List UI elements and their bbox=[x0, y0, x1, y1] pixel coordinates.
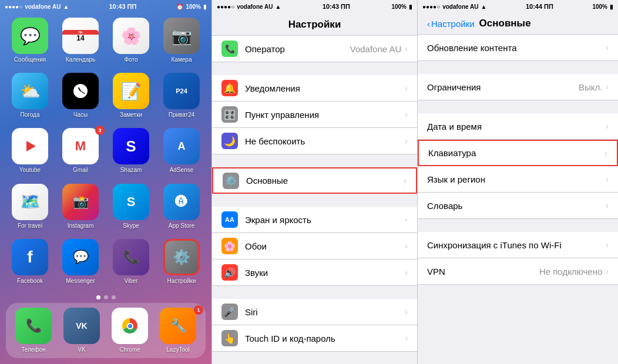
app-calendar[interactable]: ПН 14 Календарь bbox=[59, 18, 102, 66]
keyboard-chevron: › bbox=[604, 149, 607, 158]
display-icon: AA bbox=[221, 211, 238, 228]
general-header: ‹ Настройки Основные bbox=[418, 13, 618, 35]
settings-row-control[interactable]: 🎛️ Пункт управления › bbox=[212, 102, 417, 128]
general-row-vpn[interactable]: VPN Не подключено › bbox=[418, 258, 618, 285]
app-viber[interactable]: 📞 Viber bbox=[109, 239, 153, 287]
vpn-value: Не подключено bbox=[539, 267, 602, 277]
battery-3: 100% ▮ bbox=[592, 4, 613, 10]
alarm-icon-1: ⏰ bbox=[176, 4, 183, 10]
general-row-datetime[interactable]: Дата и время › bbox=[418, 113, 618, 140]
settings-row-touchid[interactable]: 👆 Touch ID и код-пароль › bbox=[212, 325, 417, 352]
app-facebook[interactable]: f Facebook bbox=[8, 239, 52, 287]
time-1: 10:43 ПП bbox=[109, 3, 136, 10]
sep-2 bbox=[212, 154, 417, 167]
app-privatbank-icon: P24 bbox=[163, 73, 200, 109]
time-3: 10:44 ПП bbox=[526, 3, 553, 10]
control-chevron: › bbox=[405, 110, 408, 119]
settings-row-donotdisturb[interactable]: 🌙 Не беспокоить › bbox=[212, 128, 417, 154]
settings-row-general[interactable]: ⚙️ Основные › bbox=[212, 167, 417, 194]
vpn-chevron: › bbox=[606, 267, 609, 276]
general-sep-1 bbox=[418, 61, 618, 74]
signal-2: ●●●●○ bbox=[217, 4, 234, 10]
keyboard-label: Клавиатура bbox=[428, 148, 604, 158]
dock: 📞 Телефон VK VK Chrome 🔧 1 LazyTool bbox=[6, 303, 206, 358]
general-row-restrictions[interactable]: Ограничения Выкл. › bbox=[418, 74, 618, 100]
app-skype-icon: S bbox=[113, 184, 149, 220]
general-row-itunes[interactable]: Синхронизация с iTunes по Wi-Fi › bbox=[418, 232, 618, 258]
settings-row-sounds[interactable]: 🔊 Звуки › bbox=[212, 259, 417, 286]
app-youtube-label: youtube bbox=[19, 167, 41, 174]
itunes-chevron: › bbox=[606, 240, 609, 250]
app-facebook-icon: f bbox=[12, 239, 48, 275]
dock-chrome[interactable]: Chrome bbox=[107, 308, 153, 353]
app-gmail-label: Gmail bbox=[73, 167, 88, 174]
app-facebook-label: Facebook bbox=[17, 278, 43, 285]
general-row-keyboard[interactable]: Клавиатура › bbox=[418, 140, 618, 166]
app-photos-label: Фото bbox=[125, 56, 138, 63]
app-gmail[interactable]: M 3 Gmail bbox=[59, 128, 102, 176]
app-messages[interactable]: 💬 Сообщения bbox=[8, 18, 52, 66]
app-shazam[interactable]: S Shazam bbox=[109, 128, 153, 176]
datetime-label: Дата и время bbox=[427, 122, 606, 132]
dock-vk-label: VK bbox=[78, 346, 85, 353]
app-weather[interactable]: ⛅ Погода bbox=[8, 73, 52, 121]
app-grid-main: 💬 Сообщения ПН 14 Календарь 🌸 Фото 📷 Кам… bbox=[0, 13, 211, 292]
app-shazam-icon: S bbox=[113, 128, 149, 164]
app-clock[interactable]: Часы bbox=[59, 73, 102, 121]
sounds-label: Звуки bbox=[245, 268, 405, 278]
update-chevron: › bbox=[606, 43, 609, 52]
app-photos[interactable]: 🌸 Фото bbox=[109, 18, 153, 66]
time-2: 10:43 ПП bbox=[323, 3, 350, 10]
settings-list: 📞 Оператор Vodafone AU › 🔔 Уведомления ›… bbox=[212, 36, 417, 364]
sep-3 bbox=[212, 194, 417, 207]
app-settings-app-label: Настройки bbox=[167, 278, 196, 285]
back-label: Настройки bbox=[431, 19, 475, 29]
app-viber-icon: 📞 bbox=[113, 239, 149, 275]
dock-vk[interactable]: VK VK bbox=[59, 308, 105, 353]
wifi-icon-3: ▲ bbox=[481, 4, 487, 10]
app-messenger-label: Messenger bbox=[66, 278, 95, 285]
back-chevron-icon: ‹ bbox=[427, 19, 430, 29]
settings-row-notifications[interactable]: 🔔 Уведомления › bbox=[212, 75, 417, 102]
app-shazam-label: Shazam bbox=[120, 167, 142, 174]
general-row-update[interactable]: Обновление контента › bbox=[418, 35, 618, 61]
general-row-dictionary[interactable]: Словарь › bbox=[418, 193, 618, 219]
dock-lazytool-label: LazyTool bbox=[166, 346, 189, 353]
app-adsense[interactable]: A AdSense bbox=[160, 128, 203, 176]
app-privatbank[interactable]: P24 Приват24 bbox=[160, 73, 203, 121]
youtube-play-icon bbox=[26, 141, 36, 151]
app-camera[interactable]: 📷 Камера bbox=[160, 18, 203, 66]
app-notes[interactable]: 📝 Заметки bbox=[109, 73, 153, 121]
donotdisturb-icon: 🌙 bbox=[221, 133, 238, 149]
app-instagram[interactable]: 📸 Instagram bbox=[59, 184, 102, 232]
app-appstore[interactable]: 🅐 App Store bbox=[160, 184, 203, 232]
app-skype[interactable]: S Skype bbox=[109, 184, 153, 232]
battery-pct-2: 100% bbox=[391, 4, 407, 10]
app-maps[interactable]: 🗺️ For travel bbox=[8, 184, 52, 232]
display-chevron: › bbox=[405, 215, 408, 224]
wallpaper-label: Обои bbox=[245, 241, 405, 251]
settings-row-display[interactable]: AA Экран и яркость › bbox=[212, 207, 417, 233]
dock-phone[interactable]: 📞 Телефон bbox=[11, 308, 56, 353]
battery-bar-3: ▮ bbox=[610, 4, 613, 10]
settings-row-operator[interactable]: 📞 Оператор Vodafone AU › bbox=[212, 36, 417, 62]
app-youtube[interactable]: youtube bbox=[8, 128, 52, 176]
itunes-label: Синхронизация с iTunes по Wi-Fi bbox=[427, 240, 606, 250]
sounds-chevron: › bbox=[405, 268, 408, 277]
signal-dots-1: ●●●●○ bbox=[5, 4, 22, 10]
battery-bar-1: ▮ bbox=[203, 4, 207, 10]
app-settings-app[interactable]: ⚙️ Настройки bbox=[160, 239, 203, 287]
display-label: Экран и яркость bbox=[245, 215, 405, 225]
general-row-language[interactable]: Язык и регион › bbox=[418, 166, 618, 193]
back-button[interactable]: ‹ Настройки bbox=[427, 19, 475, 29]
donotdisturb-chevron: › bbox=[405, 136, 408, 146]
restrictions-label: Ограничения bbox=[427, 82, 579, 92]
settings-row-wallpaper[interactable]: 🌸 Обои › bbox=[212, 233, 417, 259]
vpn-label: VPN bbox=[427, 267, 539, 277]
dock-lazytool[interactable]: 🔧 1 LazyTool bbox=[155, 308, 201, 353]
general-sep-2 bbox=[418, 100, 618, 113]
app-messages-label: Сообщения bbox=[14, 56, 46, 63]
home-screen: ●●●●○ vodafone AU ▲ 10:43 ПП ⏰ 100% ▮ 💬 … bbox=[0, 0, 211, 364]
app-messenger[interactable]: 💬 Messenger bbox=[59, 239, 102, 287]
settings-row-siri[interactable]: 🎤 Siri › bbox=[212, 299, 417, 325]
